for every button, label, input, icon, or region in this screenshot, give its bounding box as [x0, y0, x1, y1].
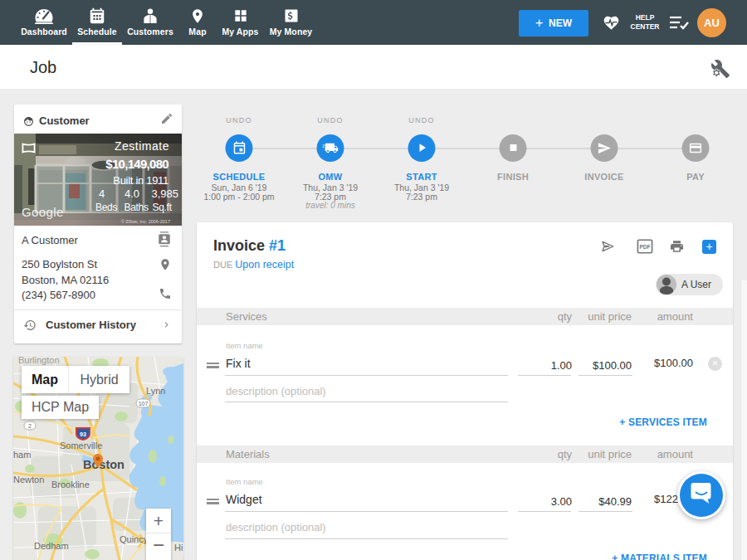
svg-text:107: 107	[139, 401, 149, 407]
svg-text:Lynn: Lynn	[146, 386, 165, 396]
svg-text:Somerville: Somerville	[60, 441, 102, 450]
svg-text:Burlington: Burlington	[18, 357, 60, 365]
svg-text:2: 2	[28, 423, 32, 429]
svg-text:PDF: PDF	[639, 244, 650, 250]
svg-text:93: 93	[80, 431, 86, 437]
svg-text:ham: ham	[13, 450, 31, 460]
svg-text:Newton: Newton	[13, 475, 44, 485]
svg-text:Hi: Hi	[174, 543, 183, 553]
svg-text:Dedham: Dedham	[34, 541, 69, 551]
svg-text:Quincy: Quincy	[120, 534, 149, 544]
svg-text:Boston: Boston	[83, 458, 124, 471]
svg-text:Brookline: Brookline	[51, 480, 90, 489]
